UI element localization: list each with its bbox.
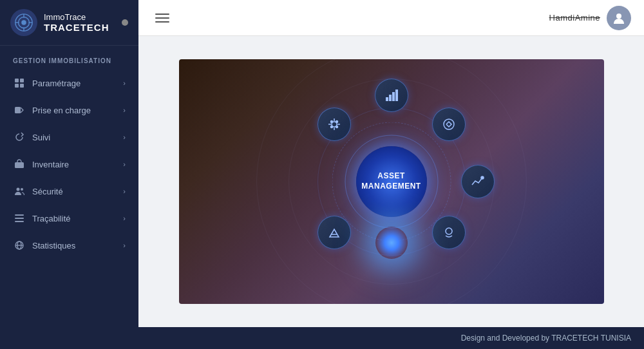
satellite-top-left (317, 108, 351, 141)
sidebar-item-label-inventaire: Inventaire (32, 160, 117, 169)
chevron-right-icon-5: › (123, 187, 126, 195)
satellite-bottom-right (432, 216, 466, 249)
svg-point-32 (330, 121, 332, 123)
tag-icon (13, 104, 26, 117)
center-circle: ASSET MANAGEMENT (356, 146, 427, 217)
svg-rect-7 (15, 79, 19, 82)
topbar: HamdiAmine (138, 0, 644, 36)
sidebar-item-label-prise-charge: Prise en charge (32, 106, 117, 115)
chevron-right-icon: › (123, 79, 126, 87)
svg-point-34 (330, 126, 332, 128)
hero-area: ASSET MANAGEMENT (138, 36, 644, 327)
sidebar-item-statistiques[interactable]: Statistiques › (0, 232, 138, 259)
hamburger-line-1 (155, 14, 169, 15)
grid-icon (13, 77, 26, 90)
menu-toggle-button[interactable] (151, 10, 173, 26)
svg-point-36 (444, 119, 454, 129)
svg-rect-12 (15, 162, 24, 168)
sidebar: ImmoTrace TRACETECH GESTION IMMOBILISATI… (0, 0, 138, 349)
sidebar-item-suivi[interactable]: Suivi › (0, 124, 138, 151)
logo-text: ImmoTrace TRACETECH (44, 12, 109, 33)
svg-rect-25 (395, 90, 398, 101)
sidebar-item-label-suivi: Suivi (32, 133, 117, 142)
hamburger-line-3 (155, 21, 169, 23)
logo-line2: TRACETECH (44, 22, 109, 33)
svg-rect-9 (15, 84, 19, 88)
satellite-right (461, 165, 495, 198)
svg-point-38 (446, 228, 452, 234)
username-label: HamdiAmine (549, 13, 600, 23)
svg-rect-11 (15, 107, 21, 113)
sidebar-item-securite[interactable]: Sécurité › (0, 178, 138, 205)
sidebar-item-inventaire[interactable]: Inventaire › (0, 151, 138, 178)
briefcase-icon (13, 158, 26, 171)
globe-icon (13, 239, 26, 252)
hero-image: ASSET MANAGEMENT (179, 59, 604, 304)
svg-rect-24 (392, 92, 395, 101)
svg-point-35 (336, 126, 337, 128)
svg-point-26 (481, 176, 484, 179)
svg-rect-15 (15, 214, 24, 216)
asset-management-visual: ASSET MANAGEMENT (282, 72, 501, 291)
svg-point-21 (616, 14, 621, 19)
svg-point-14 (21, 188, 23, 191)
chevron-right-icon-2: › (123, 106, 126, 114)
svg-rect-23 (389, 95, 392, 101)
chevron-right-icon-3: › (123, 133, 126, 141)
list-icon (13, 212, 26, 225)
svg-rect-16 (15, 218, 24, 219)
svg-rect-10 (20, 84, 24, 88)
logo-dot (122, 19, 128, 26)
footer-text: Design and Developed by TRACETECH TUNISI… (461, 334, 631, 343)
avatar (607, 6, 631, 30)
sidebar-item-label-securite: Sécurité (32, 187, 117, 196)
logo-icon (10, 9, 37, 36)
sidebar-item-label-statistiques: Statistiques (32, 241, 117, 250)
center-circle-text: ASSET MANAGEMENT (361, 171, 421, 191)
glow-light (375, 227, 408, 259)
refresh-icon (13, 131, 26, 144)
main-content: HamdiAmine (138, 0, 644, 349)
user-menu[interactable]: HamdiAmine (549, 6, 631, 30)
chevron-right-icon-4: › (123, 160, 126, 168)
satellite-top (375, 79, 408, 112)
users-icon (13, 185, 26, 198)
sidebar-item-label-tracabilite: Traçabilité (32, 214, 117, 223)
svg-point-33 (336, 121, 337, 123)
sidebar-nav: GESTION IMMOBILISATION Paramétrage › (0, 46, 138, 349)
svg-rect-22 (386, 97, 388, 101)
chevron-right-icon-7: › (123, 241, 126, 249)
sidebar-item-tracabilite[interactable]: Traçabilité › (0, 205, 138, 232)
logo-line1: ImmoTrace (44, 12, 109, 22)
section-label: GESTION IMMOBILISATION (0, 46, 138, 70)
satellite-bottom-left (317, 216, 351, 249)
sidebar-item-parametrage[interactable]: Paramétrage › (0, 70, 138, 97)
sidebar-logo: ImmoTrace TRACETECH (0, 0, 138, 46)
sidebar-item-label-parametrage: Paramétrage (32, 79, 117, 88)
svg-point-13 (17, 188, 20, 191)
satellite-top-right (432, 108, 466, 141)
chevron-right-icon-6: › (123, 214, 126, 222)
footer: Design and Developed by TRACETECH TUNISI… (138, 327, 644, 349)
svg-point-2 (21, 20, 26, 25)
svg-rect-8 (20, 79, 24, 82)
sidebar-item-prise-charge[interactable]: Prise en charge › (0, 97, 138, 124)
svg-rect-17 (15, 221, 24, 222)
hamburger-line-2 (155, 17, 169, 19)
